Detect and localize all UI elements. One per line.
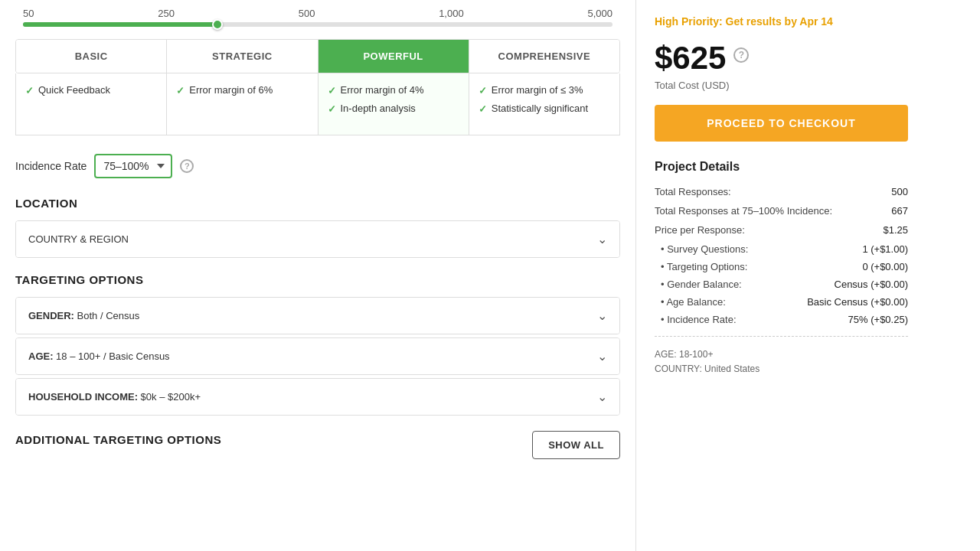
country-region-label: COUNTRY & REGION (28, 233, 129, 245)
high-priority-notice: High Priority: Get results by Apr 14 (655, 15, 908, 28)
plan-tabs: BASIC STRATEGIC POWERFUL COMPREHENSIVE (15, 39, 620, 73)
price-amount: $625 (655, 40, 726, 77)
total-responses-label: Total Responses: (655, 186, 731, 197)
country-region-header[interactable]: COUNTRY & REGION ⌄ (16, 221, 619, 257)
gender-balance-value: Census (+$0.00) (835, 279, 908, 290)
gender-header[interactable]: GENDER: Both / Census ⌄ (16, 298, 619, 334)
check-icon: ✓ (176, 85, 185, 96)
total-responses-row: Total Responses: 500 (655, 186, 908, 197)
feature-error-6: ✓ Error margin of 6% (176, 84, 308, 96)
plan-col-comprehensive: ✓ Error margin of ≤ 3% ✓ Statistically s… (469, 73, 619, 135)
right-panel: High Priority: Get results by Apr 14 $62… (635, 0, 926, 551)
additional-section: ADDITIONAL TARGETING OPTIONS SHOW ALL (15, 431, 620, 459)
age-balance-value: Basic Census (+$0.00) (807, 296, 908, 308)
age-balance-row: • Age Balance: Basic Census (+$0.00) (655, 296, 908, 308)
incidence-help-icon[interactable]: ? (180, 159, 194, 173)
feature-quick-feedback: ✓ Quick Feedback (25, 84, 157, 96)
project-details-heading: Project Details (655, 160, 908, 174)
total-responses-value: 500 (891, 186, 908, 197)
country-region-chevron-icon: ⌄ (597, 232, 607, 246)
gender-balance-row: • Gender Balance: Census (+$0.00) (655, 279, 908, 290)
country-region-accordion: COUNTRY & REGION ⌄ (15, 220, 620, 258)
age-balance-label: • Age Balance: (661, 296, 726, 308)
checkout-button[interactable]: PROCEED TO CHECKOUT (655, 105, 908, 142)
feature-error-3: ✓ Error margin of ≤ 3% (479, 84, 610, 96)
targeting-section: TARGETING OPTIONS GENDER: Both / Census … (15, 273, 620, 416)
targeting-options-row: • Targeting Options: 0 (+$0.00) (655, 261, 908, 272)
plan-col-powerful: ✓ Error margin of 4% ✓ In-depth analysis (318, 73, 469, 135)
feature-error-4: ✓ Error margin of 4% (328, 84, 459, 96)
slider-mark-1000: 1,000 (439, 8, 464, 19)
gender-chevron-icon: ⌄ (597, 308, 607, 323)
country-note: COUNTRY: United States (655, 362, 908, 377)
divider (655, 336, 908, 337)
show-all-button[interactable]: SHOW ALL (532, 431, 620, 459)
total-responses-incidence-value: 667 (891, 205, 908, 217)
gender-accordion: GENDER: Both / Census ⌄ (15, 297, 620, 334)
total-responses-incidence-label: Total Responses at 75–100% Incidence: (655, 205, 832, 217)
incidence-rate-label: • Incidence Rate: (661, 314, 737, 325)
tab-basic[interactable]: BASIC (16, 40, 167, 73)
gender-label: GENDER: Both / Census (28, 310, 139, 321)
tab-powerful[interactable]: POWERFUL (318, 40, 469, 73)
gender-balance-label: • Gender Balance: (661, 279, 742, 290)
slider-mark-250: 250 (158, 8, 175, 19)
slider-mark-5000: 5,000 (587, 8, 612, 19)
targeting-options-label: • Targeting Options: (661, 261, 747, 272)
feature-statistically: ✓ Statistically significant (479, 103, 610, 115)
tab-comprehensive[interactable]: COMPREHENSIVE (469, 40, 619, 73)
check-icon: ✓ (479, 85, 487, 96)
age-country-note: AGE: 18-100+ COUNTRY: United States (655, 347, 908, 377)
location-heading: LOCATION (15, 197, 620, 210)
incidence-label: Incidence Rate (15, 160, 87, 172)
survey-questions-value: 1 (+$1.00) (862, 243, 908, 255)
check-icon: ✓ (328, 103, 336, 115)
price-row: $625 ? (655, 40, 908, 77)
slider-ruler: 50 250 500 1,000 5,000 (15, 0, 620, 22)
additional-heading: ADDITIONAL TARGETING OPTIONS (15, 433, 221, 446)
location-section: LOCATION COUNTRY & REGION ⌄ (15, 197, 620, 258)
check-icon: ✓ (25, 85, 34, 96)
slider-mark-50: 50 (23, 8, 34, 19)
plan-col-strategic: ✓ Error margin of 6% (167, 73, 318, 135)
plan-features: ✓ Quick Feedback ✓ Error margin of 6% ✓ … (15, 73, 620, 135)
price-per-response-row: Price per Response: $1.25 (655, 224, 908, 236)
age-header[interactable]: AGE: 18 – 100+ / Basic Census ⌄ (16, 338, 619, 374)
check-icon: ✓ (328, 85, 336, 96)
slider-track[interactable] (23, 22, 612, 27)
price-help-icon[interactable]: ? (733, 47, 749, 63)
incidence-rate-row: • Incidence Rate: 75% (+$0.25) (655, 314, 908, 325)
incidence-row: Incidence Rate 75–100% 50–74% 25–49% 0–2… (15, 151, 620, 181)
total-responses-incidence-row: Total Responses at 75–100% Incidence: 66… (655, 205, 908, 217)
survey-questions-label: • Survey Questions: (661, 243, 748, 255)
slider-mark-500: 500 (299, 8, 315, 19)
slider-thumb[interactable] (212, 19, 223, 30)
targeting-heading: TARGETING OPTIONS (15, 273, 620, 286)
price-per-response-label: Price per Response: (655, 224, 745, 236)
age-accordion: AGE: 18 – 100+ / Basic Census ⌄ (15, 337, 620, 375)
tab-strategic[interactable]: STRATEGIC (167, 40, 318, 73)
slider-fill (23, 22, 217, 27)
plan-col-basic: ✓ Quick Feedback (16, 73, 167, 135)
targeting-options-value: 0 (+$0.00) (862, 261, 908, 272)
incidence-select[interactable]: 75–100% 50–74% 25–49% 0–24% (94, 154, 172, 178)
income-header[interactable]: HOUSEHOLD INCOME: $0k – $200k+ ⌄ (16, 379, 619, 415)
age-label: AGE: 18 – 100+ / Basic Census (28, 350, 170, 362)
price-subtitle: Total Cost (USD) (655, 80, 908, 91)
feature-in-depth: ✓ In-depth analysis (328, 103, 459, 115)
income-label: HOUSEHOLD INCOME: $0k – $200k+ (28, 391, 201, 403)
income-accordion: HOUSEHOLD INCOME: $0k – $200k+ ⌄ (15, 378, 620, 416)
incidence-rate-value: 75% (+$0.25) (848, 314, 908, 325)
age-note: AGE: 18-100+ (655, 347, 908, 362)
income-chevron-icon: ⌄ (597, 390, 607, 404)
survey-questions-row: • Survey Questions: 1 (+$1.00) (655, 243, 908, 255)
check-icon: ✓ (479, 103, 487, 115)
price-per-response-value: $1.25 (883, 224, 908, 236)
age-chevron-icon: ⌄ (597, 349, 607, 364)
